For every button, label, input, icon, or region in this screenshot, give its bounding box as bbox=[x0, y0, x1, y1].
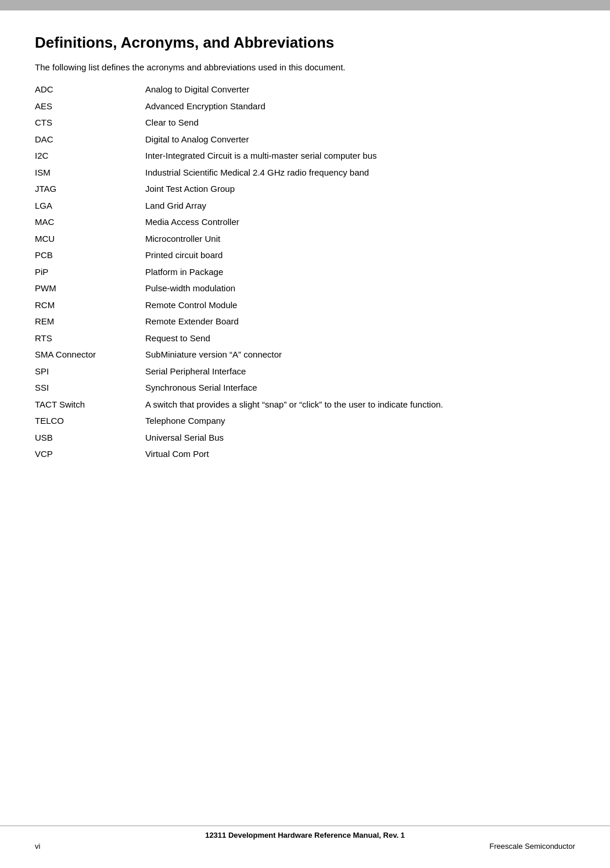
table-row: USBUniversal Serial Bus bbox=[35, 430, 575, 446]
table-row: CTSClear to Send bbox=[35, 115, 575, 131]
table-row: ISMIndustrial Scientific Medical 2.4 GHz… bbox=[35, 165, 575, 181]
table-row: SMA ConnectorSubMiniature version “A” co… bbox=[35, 347, 575, 363]
table-row: PiPPlatform in Package bbox=[35, 264, 575, 281]
acronym-cell: LGA bbox=[35, 198, 145, 215]
table-row: REMRemote Extender Board bbox=[35, 313, 575, 330]
table-row: LGALand Grid Array bbox=[35, 198, 575, 215]
acronym-cell: AES bbox=[35, 98, 145, 115]
table-row: MACMedia Access Controller bbox=[35, 214, 575, 231]
acronym-cell: VCP bbox=[35, 446, 145, 463]
definition-cell: Digital to Analog Converter bbox=[145, 131, 575, 148]
definition-cell: Advanced Encryption Standard bbox=[145, 98, 575, 115]
acronym-cell: PiP bbox=[35, 264, 145, 281]
table-row: SPISerial Peripheral Interface bbox=[35, 363, 575, 380]
definition-cell: Serial Peripheral Interface bbox=[145, 363, 575, 380]
definition-cell: Pulse-width modulation bbox=[145, 280, 575, 297]
table-row: JTAGJoint Test Action Group bbox=[35, 181, 575, 198]
table-row: RTSRequest to Send bbox=[35, 330, 575, 347]
acronym-cell: RCM bbox=[35, 297, 145, 314]
definition-cell: Land Grid Array bbox=[145, 198, 575, 215]
acronym-cell: SSI bbox=[35, 380, 145, 397]
acronym-cell: RTS bbox=[35, 330, 145, 347]
intro-text: The following list defines the acronyms … bbox=[35, 62, 575, 72]
table-row: I2CInter-Integrated Circuit is a multi-m… bbox=[35, 148, 575, 165]
definition-cell: Request to Send bbox=[145, 330, 575, 347]
definition-cell: Remote Control Module bbox=[145, 297, 575, 314]
table-row: PCBPrinted circuit board bbox=[35, 247, 575, 264]
footer-center-text: 12311 Development Hardware Reference Man… bbox=[0, 831, 610, 840]
definition-cell: Remote Extender Board bbox=[145, 313, 575, 330]
table-row: SSISynchronous Serial Interface bbox=[35, 380, 575, 397]
acronym-cell: CTS bbox=[35, 115, 145, 131]
definition-cell: Industrial Scientific Medical 2.4 GHz ra… bbox=[145, 165, 575, 181]
page-footer: 12311 Development Hardware Reference Man… bbox=[0, 826, 610, 851]
table-row: DACDigital to Analog Converter bbox=[35, 131, 575, 148]
definition-cell: Microcontroller Unit bbox=[145, 231, 575, 248]
acronym-cell: TACT Switch bbox=[35, 397, 145, 413]
footer-right-text: Freescale Semiconductor bbox=[490, 842, 575, 851]
acronym-cell: ADC bbox=[35, 81, 145, 98]
acronym-cell: PCB bbox=[35, 247, 145, 264]
definition-cell: SubMiniature version “A” connector bbox=[145, 347, 575, 363]
acronym-cell: I2C bbox=[35, 148, 145, 165]
acronym-cell: USB bbox=[35, 430, 145, 446]
table-row: TACT SwitchA switch that provides a slig… bbox=[35, 397, 575, 413]
acronym-cell: REM bbox=[35, 313, 145, 330]
table-row: MCUMicrocontroller Unit bbox=[35, 231, 575, 248]
acronym-cell: SPI bbox=[35, 363, 145, 380]
definitions-table: ADCAnalog to Digital ConverterAESAdvance… bbox=[35, 81, 575, 463]
definition-cell: Printed circuit board bbox=[145, 247, 575, 264]
definition-cell: Media Access Controller bbox=[145, 214, 575, 231]
page-content: Definitions, Acronyms, and Abbreviations… bbox=[0, 10, 610, 509]
footer-left-text: vi bbox=[35, 842, 40, 851]
definition-cell: Synchronous Serial Interface bbox=[145, 380, 575, 397]
definition-cell: Clear to Send bbox=[145, 115, 575, 131]
definition-cell: A switch that provides a slight “snap” o… bbox=[145, 397, 575, 413]
acronym-cell: MAC bbox=[35, 214, 145, 231]
acronym-cell: DAC bbox=[35, 131, 145, 148]
acronym-cell: TELCO bbox=[35, 413, 145, 430]
table-row: ADCAnalog to Digital Converter bbox=[35, 81, 575, 98]
definition-cell: Platform in Package bbox=[145, 264, 575, 281]
top-bar bbox=[0, 0, 610, 10]
acronym-cell: JTAG bbox=[35, 181, 145, 198]
definition-cell: Virtual Com Port bbox=[145, 446, 575, 463]
definition-cell: Inter-Integrated Circuit is a multi-mast… bbox=[145, 148, 575, 165]
definition-cell: Telephone Company bbox=[145, 413, 575, 430]
table-row: AESAdvanced Encryption Standard bbox=[35, 98, 575, 115]
acronym-cell: PWM bbox=[35, 280, 145, 297]
table-row: VCPVirtual Com Port bbox=[35, 446, 575, 463]
acronym-cell: SMA Connector bbox=[35, 347, 145, 363]
table-row: PWMPulse-width modulation bbox=[35, 280, 575, 297]
table-row: RCMRemote Control Module bbox=[35, 297, 575, 314]
table-row: TELCOTelephone Company bbox=[35, 413, 575, 430]
acronym-cell: MCU bbox=[35, 231, 145, 248]
definition-cell: Analog to Digital Converter bbox=[145, 81, 575, 98]
definition-cell: Universal Serial Bus bbox=[145, 430, 575, 446]
acronym-cell: ISM bbox=[35, 165, 145, 181]
page-title: Definitions, Acronyms, and Abbreviations bbox=[35, 34, 575, 52]
definition-cell: Joint Test Action Group bbox=[145, 181, 575, 198]
